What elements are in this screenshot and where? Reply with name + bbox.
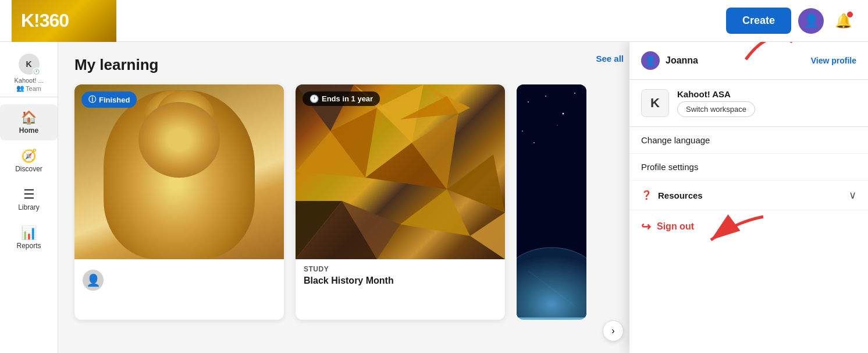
scroll-right-button[interactable]: › [603, 320, 624, 341]
dropdown-user-info: 👤 Joanna [641, 51, 698, 70]
svg-point-22 [557, 125, 558, 126]
sidebar-discover-label: Discover [15, 165, 42, 173]
card-2-footer: Study Black History Month [296, 259, 505, 294]
workspace-letter: K [26, 59, 31, 69]
help-circle-icon: ❓ [641, 190, 652, 200]
workspace-info: Kahoot! ASA Switch workspace [677, 89, 856, 117]
card-2-image: 🕐 Ends in 1 year [296, 84, 505, 259]
sidebar-item-home[interactable]: 🏠 Home [0, 104, 58, 140]
library-icon: ☰ [23, 187, 35, 202]
sign-out-item[interactable]: ↪ Sign out [629, 210, 868, 243]
card-2-title: Black History Month [304, 276, 497, 286]
sign-out-icon: ↪ [641, 220, 651, 234]
svg-point-16 [528, 101, 529, 103]
card-1-badge: ⓘ Finished [81, 91, 137, 108]
workspace-avatar: K 🕐 [19, 54, 40, 75]
chevron-right-icon: › [611, 326, 614, 336]
workspace-row: K Kahoot! ASA Switch workspace [629, 80, 868, 127]
sidebar-library-label: Library [18, 203, 40, 211]
svg-point-20 [574, 93, 575, 94]
workspace-k-box: K [641, 89, 669, 117]
svg-marker-8 [447, 154, 505, 213]
sidebar-workspace: K 🕐 Kahoot! ... 👥 Team [0, 49, 58, 97]
user-dropdown-panel: 👤 Joanna View profile K Kahoot! ASA Swit… [629, 42, 868, 353]
sidebar-home-label: Home [19, 126, 38, 135]
notification-dot [847, 12, 853, 17]
user-avatar-icon: 👤 [645, 55, 656, 66]
card-2-title-text: Black History Month [304, 276, 394, 285]
card-1-avatar: 👤 [83, 270, 104, 291]
resources-left: ❓ Resources [641, 190, 703, 200]
chevron-down-icon: ∨ [849, 189, 856, 202]
info-icon: ⓘ [88, 94, 96, 105]
header: K!360 Create 👤 🔔 [0, 0, 868, 42]
resources-item[interactable]: ❓ Resources ∨ [629, 181, 868, 210]
dropdown-username: Joanna [666, 55, 698, 66]
svg-point-17 [563, 113, 564, 115]
logo: K!360 [12, 0, 116, 42]
card-2-badge: 🕐 Ends in 1 year [303, 91, 380, 106]
notifications-button[interactable]: 🔔 [831, 8, 856, 34]
sign-out-label: Sign out [657, 221, 694, 232]
puppy-background [74, 84, 284, 259]
discover-icon: 🧭 [21, 149, 37, 164]
svg-point-21 [533, 142, 535, 143]
change-language-item[interactable]: Change language [629, 127, 868, 154]
workspace-name-text: Kahoot! ASA [677, 89, 856, 99]
profile-settings-item[interactable]: Profile settings [629, 154, 868, 181]
card-1-image: ⓘ Finished [74, 84, 284, 259]
workspace-name-label: Kahoot! ... [14, 77, 43, 84]
svg-point-18 [545, 96, 546, 97]
sidebar-reports-label: Reports [16, 242, 41, 250]
dropdown-user-icon: 👤 [641, 51, 660, 70]
sidebar-item-library[interactable]: ☰ Library [0, 181, 58, 217]
sidebar: K 🕐 Kahoot! ... 👥 Team 🏠 Home 🧭 Discover… [0, 42, 58, 353]
space-svg [517, 84, 586, 317]
logo-text: K!360 [21, 10, 69, 31]
team-icon: 👥 [16, 84, 24, 92]
switch-workspace-button[interactable]: Switch workspace [677, 101, 755, 117]
workspace-clock-icon: 🕐 [33, 68, 41, 76]
header-right: Create 👤 🔔 [726, 8, 856, 34]
card-1[interactable]: ⓘ Finished 👤 [74, 84, 284, 320]
clock-icon: 🕐 [310, 94, 319, 103]
team-label: 👥 Team [16, 84, 41, 92]
card-2[interactable]: 🕐 Ends in 1 year Study Black History Mon… [296, 84, 505, 320]
user-icon: 👤 [803, 13, 819, 29]
card-2-category: Study [304, 265, 497, 273]
main-content: My learning ⓘ Finished [58, 42, 868, 353]
dropdown-header: 👤 Joanna View profile [629, 42, 868, 80]
see-all-link[interactable]: See all [596, 54, 624, 63]
sidebar-item-reports[interactable]: 📊 Reports [0, 220, 58, 256]
home-icon: 🏠 [21, 110, 37, 125]
svg-point-23 [517, 248, 586, 317]
create-button[interactable]: Create [726, 8, 791, 34]
svg-point-19 [522, 130, 523, 132]
origami-background [296, 84, 505, 259]
user-avatar-button[interactable]: 👤 [798, 8, 824, 34]
sidebar-item-discover[interactable]: 🧭 Discover [0, 143, 58, 179]
card-1-footer: 👤 [74, 259, 284, 299]
app-layout: K 🕐 Kahoot! ... 👥 Team 🏠 Home 🧭 Discover… [0, 42, 868, 353]
svg-marker-7 [400, 189, 470, 236]
view-profile-link[interactable]: View profile [811, 56, 856, 65]
space-card [517, 84, 586, 320]
reports-icon: 📊 [21, 225, 37, 241]
svg-marker-9 [470, 213, 505, 259]
origami-svg [296, 84, 505, 259]
